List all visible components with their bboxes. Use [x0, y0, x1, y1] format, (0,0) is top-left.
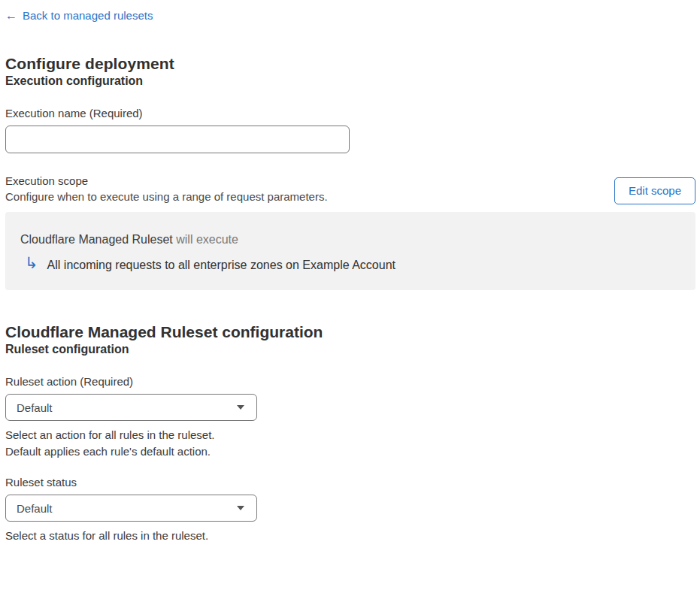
scope-summary-ruleset-name: Cloudflare Managed Ruleset: [20, 233, 173, 246]
ruleset-configuration-subtitle: Ruleset configuration: [5, 342, 695, 357]
ruleset-action-value: Default: [17, 401, 53, 414]
configure-deployment-page: ← Back to managed rulesets Configure dep…: [0, 0, 695, 544]
ruleset-action-help-2: Default applies each rule's default acti…: [5, 443, 695, 460]
chevron-down-icon: [237, 405, 244, 410]
ruleset-configuration-title: Cloudflare Managed Ruleset configuration: [5, 322, 695, 342]
ruleset-action-help-1: Select an action for all rules in the ru…: [5, 427, 695, 443]
ruleset-status-help: Select a status for all rules in the rul…: [5, 528, 695, 544]
execution-scope-label: Execution scope: [5, 173, 328, 189]
scope-summary-will-execute: will execute: [176, 233, 238, 246]
page-title: Configure deployment: [5, 54, 695, 74]
ruleset-action-label: Ruleset action (Required): [5, 375, 695, 389]
chevron-down-icon: [237, 506, 244, 510]
execution-configuration-heading: Execution configuration: [5, 74, 695, 89]
scope-summary-line: Cloudflare Managed Ruleset will execute: [20, 232, 680, 247]
scope-summary-target: All incoming requests to all enterprise …: [47, 257, 395, 274]
execution-scope-text: Execution scope Configure when to execut…: [5, 173, 328, 204]
ruleset-status-label: Ruleset status: [5, 476, 695, 489]
edit-scope-button[interactable]: Edit scope: [614, 177, 695, 204]
execution-scope-description: Configure when to execute using a range …: [5, 189, 328, 204]
execution-name-input[interactable]: [5, 126, 350, 153]
scope-summary-target-line: ↳ All incoming requests to all enterpris…: [20, 257, 680, 274]
back-arrow-icon: ←: [5, 9, 17, 23]
scope-summary-box: Cloudflare Managed Ruleset will execute …: [5, 212, 695, 290]
execution-scope-row: Execution scope Configure when to execut…: [5, 173, 695, 204]
execution-name-label: Execution name (Required): [5, 107, 695, 120]
ruleset-action-select[interactable]: Default: [5, 394, 257, 421]
branch-arrow-icon: ↳: [25, 256, 38, 271]
ruleset-status-value: Default: [17, 502, 53, 515]
ruleset-status-select[interactable]: Default: [5, 495, 257, 522]
back-link-label: Back to managed rulesets: [23, 9, 153, 23]
back-link[interactable]: ← Back to managed rulesets: [5, 9, 153, 23]
